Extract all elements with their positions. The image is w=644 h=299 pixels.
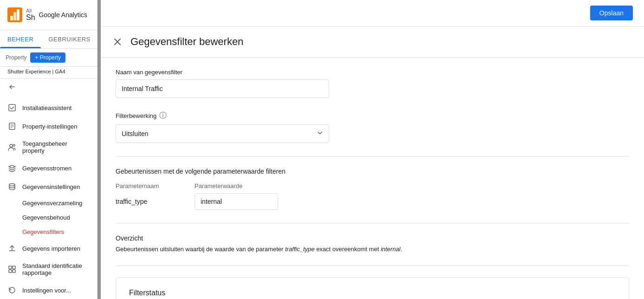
svg-rect-10 xyxy=(13,266,15,269)
sidebar-item-gegevensinstellingen[interactable]: Gegevensinstellingen xyxy=(0,177,97,196)
svg-rect-4 xyxy=(9,104,15,111)
back-button[interactable] xyxy=(0,78,97,97)
events-section-label: Gebeurtenissen met de volgende parameter… xyxy=(116,168,629,175)
grid-icon xyxy=(7,265,17,274)
sidebar-sub-item-gegevensbehoud[interactable]: Gegevensbehoud xyxy=(0,210,97,225)
sidebar-item-label: Instellingen voor... xyxy=(22,287,71,294)
filter-operation-label: Filterbewerking ⓘ xyxy=(116,111,629,121)
layers-icon xyxy=(7,163,17,173)
svg-point-8 xyxy=(9,184,15,186)
sidebar-item-label: Toegangsbeheerproperty xyxy=(22,140,67,154)
sidebar-item-label: Gegevensstromen xyxy=(22,165,72,172)
sidebar-item-label: Standaard identificatie rapportage xyxy=(22,262,90,276)
filter-status-title: Filterstatus xyxy=(129,289,616,297)
help-icon[interactable]: ⓘ xyxy=(159,111,167,121)
param-value-input[interactable] xyxy=(195,193,278,210)
sidebar-item-label: Gegevens importeren xyxy=(22,245,80,252)
modal-header: Gegevensfilter bewerken xyxy=(101,26,644,58)
divider-1 xyxy=(116,156,629,156)
overview-title: Overzicht xyxy=(116,234,629,242)
svg-rect-1 xyxy=(10,16,13,20)
divider-2 xyxy=(116,223,629,223)
filter-name-label: Naam van gegevensfilter xyxy=(116,69,629,76)
param-name-value: traffic_type xyxy=(116,198,185,205)
svg-rect-9 xyxy=(9,266,12,269)
add-property-button[interactable]: + Property xyxy=(30,52,65,63)
overview-text: Gebeurtenissen uitsluiten waarbij de waa… xyxy=(116,245,629,254)
param-name-col-header: Parameternaam xyxy=(116,182,185,193)
sidebar-item-instellingen[interactable]: Instellingen voor... xyxy=(0,281,97,299)
refresh-icon xyxy=(7,286,17,295)
sidebar-item-label: Installatieassistent xyxy=(22,104,72,111)
sidebar: All Sh Google Analytics BEHEER GEBRUIKER… xyxy=(0,0,98,299)
svg-rect-2 xyxy=(13,12,16,20)
tab-gebruikers[interactable]: GEBRUIKERS xyxy=(41,30,98,48)
sidebar-sub-item-gegevensverzameling[interactable]: Gegevensverzameling xyxy=(0,196,97,210)
close-button[interactable] xyxy=(112,36,123,47)
sidebar-item-gegevensstromen[interactable]: Gegevensstromen xyxy=(0,159,97,177)
overview-section: Overzicht Gebeurtenissen uitsluiten waar… xyxy=(116,234,629,254)
modal-body: Naam van gegevensfilter Filterbewerking … xyxy=(101,58,644,299)
sidebar-nav: Installatieassistent Property-instelling… xyxy=(0,97,97,299)
sidebar-item-toegangsbeheer[interactable]: Toegangsbeheerproperty xyxy=(0,136,97,159)
property-label: Property xyxy=(6,54,26,61)
filter-operation-select[interactable]: Uitsluiten Opnemen xyxy=(116,124,329,143)
sidebar-header: All Sh Google Analytics xyxy=(0,0,97,30)
sidebar-item-standaard[interactable]: Standaard identificatie rapportage xyxy=(0,258,97,281)
filter-name-section: Naam van gegevensfilter xyxy=(116,69,629,98)
save-button[interactable]: Opslaan xyxy=(590,6,633,20)
svg-point-7 xyxy=(13,144,15,146)
param-value-col-header: Parameterwaarde xyxy=(195,182,287,193)
property-name: Shutter Experience | GA4 xyxy=(0,67,97,78)
tab-beheer[interactable]: BEHEER xyxy=(0,30,41,48)
check-square-icon xyxy=(7,103,17,112)
sidebar-item-label: Gegevensinstellingen xyxy=(22,183,80,190)
file-icon xyxy=(7,122,17,131)
ga-logo-icon xyxy=(7,7,22,22)
param-value-input-wrap xyxy=(195,193,278,210)
filter-name-input[interactable] xyxy=(116,79,329,98)
upload-icon xyxy=(7,244,17,253)
filter-operation-select-wrap: Uitsluiten Opnemen xyxy=(116,124,329,143)
filter-status-section: Filterstatus Testen Dit filter wordt geë… xyxy=(116,277,629,299)
svg-rect-3 xyxy=(17,9,20,20)
divider-3 xyxy=(116,266,629,266)
svg-point-6 xyxy=(10,144,13,147)
ga-logo: All Sh Google Analytics xyxy=(7,4,90,26)
ga-logo-text: All Sh xyxy=(26,8,35,22)
events-section: Gebeurtenissen met de volgende parameter… xyxy=(116,168,629,210)
sidebar-item-label: Property-instellingen xyxy=(22,123,78,130)
users-icon xyxy=(7,143,17,152)
svg-rect-12 xyxy=(13,270,15,273)
filter-operation-section: Filterbewerking ⓘ Uitsluiten Opnemen xyxy=(116,111,629,143)
ga-brand-name: Google Analytics xyxy=(39,11,87,19)
filter-table: Parameternaam Parameterwaarde traffic_ty… xyxy=(116,182,629,210)
modal-action-bar: Opslaan xyxy=(101,0,644,26)
database-icon xyxy=(7,182,17,191)
filter-table-row: traffic_type xyxy=(116,193,629,210)
nav-tabs: BEHEER GEBRUIKERS xyxy=(0,30,97,49)
sidebar-item-gegevens-import[interactable]: Gegevens importeren xyxy=(0,239,97,258)
modal-title: Gegevensfilter bewerken xyxy=(130,36,243,48)
svg-rect-11 xyxy=(9,270,12,273)
sidebar-item-installatie[interactable]: Installatieassistent xyxy=(0,98,97,117)
filter-table-header: Parameternaam Parameterwaarde xyxy=(116,182,629,193)
property-section: Property + Property xyxy=(0,49,97,67)
sidebar-item-property[interactable]: Property-instellingen xyxy=(0,117,97,136)
modal-panel: Opslaan Gegevensfilter bewerken Naam van… xyxy=(101,0,644,299)
sidebar-sub-item-gegevensfilters[interactable]: Gegevensfilters xyxy=(0,225,97,239)
